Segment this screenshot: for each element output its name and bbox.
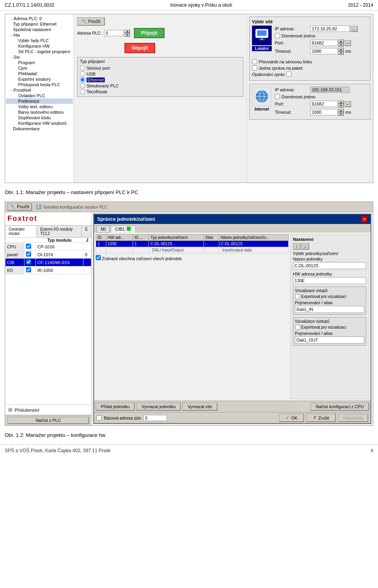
- pouzit-button[interactable]: 🔧 Použit: [77, 17, 105, 26]
- gear-icon: ⚙️: [7, 407, 13, 412]
- ip-input[interactable]: [310, 26, 350, 32]
- converter-checkbox[interactable]: [252, 59, 257, 64]
- settings-up-btn[interactable]: ↑: [293, 243, 301, 250]
- tree-item-barvy[interactable]: Barvy textového editoru: [6, 109, 73, 115]
- internet-icon: [255, 89, 269, 104]
- module-row-cib[interactable]: CIB CF-1140/MI-01N: [6, 259, 91, 266]
- remove-all-btn[interactable]: Vymazat vše: [182, 403, 217, 410]
- help-btn[interactable]: Nápověda: [338, 414, 368, 422]
- alias-in-input[interactable]: [295, 306, 364, 313]
- dialog-tab-mi[interactable]: MI: [96, 226, 110, 233]
- radio-ethernet[interactable]: Ethernet: [80, 77, 241, 82]
- repeat-checkbox[interactable]: [286, 72, 291, 77]
- timeout-down[interactable]: ▼: [338, 51, 344, 55]
- timeout2-input[interactable]: [310, 109, 338, 115]
- col-id2: ID ...: [133, 235, 149, 241]
- addr-zone-checkbox[interactable]: [96, 415, 102, 420]
- ip2-input[interactable]: [310, 87, 350, 93]
- timeout-input[interactable]: [310, 48, 338, 54]
- timeout2-spinner: ▲ ▼: [310, 109, 344, 116]
- module-row-cpu[interactable]: CPU CP-1016: [6, 243, 91, 251]
- accessories-btn[interactable]: ⚙️ Příslušenství: [5, 405, 91, 415]
- tree-item-prostredi[interactable]: –Prostředí: [6, 87, 73, 93]
- export-out-checkbox[interactable]: [295, 325, 300, 330]
- alias-out-input[interactable]: [295, 337, 364, 344]
- port-up[interactable]: ▲: [338, 39, 344, 43]
- pripojit-button[interactable]: Připojit: [134, 28, 164, 38]
- module-check-panel[interactable]: [24, 251, 35, 259]
- tree-item-exportni[interactable]: Exportní soubory: [6, 76, 73, 82]
- tree-item-preference[interactable]: Preference: [6, 98, 73, 104]
- load-plc-btn[interactable]: Načíst z PLC: [7, 417, 89, 424]
- addr-down[interactable]: ▼: [124, 33, 130, 37]
- cancel-btn[interactable]: ✗ Zrušit: [306, 414, 336, 422]
- addr-row: Adresa PLC: ▲ ▼ Připojit: [77, 28, 243, 38]
- port-down[interactable]: ▼: [338, 43, 344, 46]
- device-row-1[interactable]: 1 130E 1 C-DL-0012S - C-DL-0012S: [96, 241, 289, 247]
- domain-checkbox[interactable]: [275, 33, 280, 38]
- tree-item-dokumentace[interactable]: Dokumentace: [6, 126, 73, 131]
- dialog-tab-cib1[interactable]: CIB1: [111, 226, 136, 233]
- ip-dots-btn[interactable]: ...: [350, 26, 358, 32]
- tree-item-cpm[interactable]: Cpm: [6, 65, 73, 71]
- tree-item-hesla[interactable]: Přístupová hesla PLC: [6, 82, 73, 87]
- tree-item-doplnovani[interactable]: Doplňování kódu: [6, 115, 73, 120]
- timeout2-row: Timeout: ▲ ▼ ms: [275, 109, 368, 116]
- dialog-close-btn[interactable]: ✕: [361, 216, 367, 222]
- radio-tecoroute[interactable]: TecoRoute: [80, 89, 241, 94]
- ok-btn[interactable]: ✓ OK: [279, 414, 304, 422]
- module-row-panel[interactable]: panel OI-1074 0: [6, 251, 91, 259]
- cancel-icon: ✗: [313, 415, 317, 420]
- timeout-up[interactable]: ▲: [338, 48, 344, 51]
- port2-down[interactable]: ▼: [338, 104, 344, 107]
- tree-item-program[interactable]: Program: [6, 60, 73, 65]
- tree-item-volby[interactable]: Volby text. editoru: [6, 104, 73, 109]
- col-name-dev: Název jednotky/zařízení/v...: [219, 235, 288, 241]
- timeout2-up[interactable]: ▲: [338, 109, 344, 112]
- tree-item-konfighw[interactable]: Konfigurace HW: [6, 43, 73, 49]
- tree-item-spolecna[interactable]: Společná nastavení: [6, 27, 73, 32]
- fox-pouzit-btn[interactable]: 🔧 Použít: [7, 203, 32, 211]
- tree-item-typ[interactable]: Typ připojení: Ethernet: [6, 21, 73, 27]
- tree-item-hw[interactable]: –Hw: [6, 32, 73, 38]
- module-check-cpu[interactable]: [24, 243, 35, 251]
- fox-tab-central[interactable]: Centrální modul: [5, 226, 37, 237]
- tree-item-ovladani[interactable]: Ovládání PLC: [6, 93, 73, 98]
- fox-tab-externi[interactable]: Externi I/O moduly TCL2: [37, 226, 82, 237]
- single-msg-checkbox[interactable]: [252, 65, 257, 70]
- addr-input[interactable]: [104, 30, 124, 36]
- export-in-checkbox[interactable]: [295, 294, 300, 299]
- odpojit-button[interactable]: Odpojit: [124, 43, 155, 53]
- unit-name-input[interactable]: [293, 262, 366, 269]
- remove-unit-btn[interactable]: Vymazat jednotku: [136, 403, 181, 410]
- port2-minus-btn[interactable]: –: [345, 101, 351, 107]
- addr-up[interactable]: ▲: [124, 30, 130, 33]
- radio-seriovy[interactable]: Sériový port: [80, 65, 241, 70]
- tree-item-vyber[interactable]: Výběr řady PLC: [6, 38, 73, 43]
- tree-item-sit[interactable]: Síť PLC - logické propojení: [6, 49, 73, 54]
- radio-simulovany[interactable]: Simulovaný PLC: [80, 83, 241, 88]
- tree-item-sw[interactable]: –Sw: [6, 54, 73, 60]
- tree-item-konfigsouborow[interactable]: Konfigurace HW souborů: [6, 120, 73, 126]
- tree-item-addr[interactable]: –Adresa PLC: 0: [6, 16, 73, 21]
- port2-input[interactable]: [310, 101, 338, 107]
- port-input[interactable]: [310, 40, 338, 46]
- domain2-checkbox[interactable]: [275, 94, 280, 99]
- fox-tab-e[interactable]: E: [82, 226, 91, 237]
- addr-zone-input[interactable]: [143, 415, 167, 421]
- settings-down-btn[interactable]: ↓: [302, 243, 309, 250]
- load-cpu-btn[interactable]: Načíst konfiguraci z CPU: [311, 403, 369, 410]
- show-all-checkbox[interactable]: [96, 255, 101, 260]
- timeout2-down[interactable]: ▼: [338, 112, 344, 116]
- module-row-io[interactable]: I/O IR-1059: [6, 266, 91, 274]
- hw-addr-label: HW adresa jednotky: [293, 272, 366, 276]
- hw-addr-input[interactable]: [293, 277, 366, 284]
- radio-usb[interactable]: USB: [80, 71, 241, 76]
- add-unit-btn[interactable]: Přidat jednotku: [96, 403, 135, 410]
- dev-sub-hw: [106, 247, 133, 253]
- port2-up[interactable]: ▲: [338, 100, 344, 104]
- module-check-cib[interactable]: [24, 259, 35, 266]
- port-minus-btn[interactable]: –: [345, 40, 351, 46]
- module-check-io[interactable]: [24, 266, 35, 274]
- tree-item-prekladac[interactable]: Překladač: [6, 71, 73, 76]
